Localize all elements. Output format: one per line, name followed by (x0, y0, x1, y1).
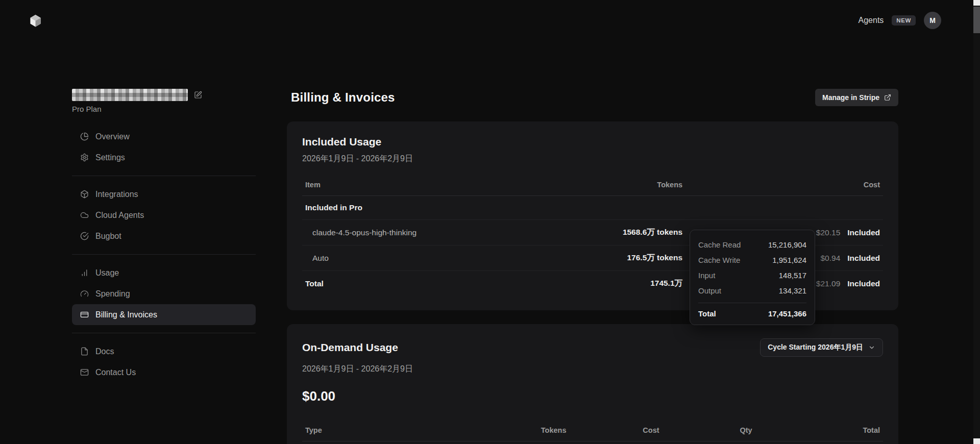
sidebar-item-cloud-agents[interactable]: Cloud Agents (72, 205, 256, 226)
sidebar-item-label: Billing & Invoices (95, 310, 157, 319)
sidebar-item-usage[interactable]: Usage (72, 262, 256, 283)
model-name: claude-4.5-opus-high-thinking (302, 220, 581, 245)
sidebar-item-label: Contact Us (95, 368, 136, 377)
new-badge: NEW (892, 15, 916, 26)
sidebar-item-label: Integrations (95, 190, 138, 199)
sidebar-item-billing-invoices[interactable]: Billing & Invoices (72, 304, 256, 325)
on-demand-amount: $0.00 (302, 388, 883, 404)
column-header-qty: Qty (663, 421, 755, 441)
cloud-icon (80, 211, 89, 219)
tooltip-value: 148,517 (779, 271, 806, 280)
manage-in-stripe-button[interactable]: Manage in Stripe (815, 89, 898, 106)
on-demand-title: On-Demand Usage (302, 341, 398, 354)
sidebar-item-contact-us[interactable]: Contact Us (72, 362, 256, 383)
included-badge: Included (847, 254, 880, 263)
sidebar-item-settings[interactable]: Settings (72, 147, 256, 168)
cycle-select-button[interactable]: Cycle Starting 2026年1月9日 (760, 338, 883, 357)
tooltip-label: Output (698, 286, 721, 295)
tooltip-value: 1,951,624 (772, 256, 806, 264)
on-demand-table: Type Tokens Cost Qty Total Subtotal (302, 421, 883, 444)
on-demand-usage-card: On-Demand Usage Cycle Starting 2026年1月9日… (287, 324, 898, 444)
total-label: Total (302, 271, 581, 297)
topbar: Agents NEW M (0, 0, 980, 41)
sidebar-divider (72, 176, 256, 176)
sidebar-item-label: Overview (95, 132, 130, 141)
cost-amount: $21.09 (816, 279, 840, 288)
tokens-value[interactable]: 176.5万 tokens (581, 245, 685, 271)
cycle-select-label: Cycle Starting 2026年1月9日 (768, 343, 863, 352)
chevron-down-icon (868, 344, 875, 351)
scroll-up-button[interactable] (973, 0, 980, 6)
section-label: Included in Pro (302, 196, 883, 220)
subtotal-row: Subtotal $0.00 (302, 441, 883, 444)
sidebar-item-label: Spending (95, 289, 130, 299)
token-breakdown-tooltip: Cache Read 15,216,904 Cache Write 1,951,… (690, 230, 815, 325)
sidebar-item-label: Docs (95, 347, 114, 356)
layout: Pro Plan Overview Settings (0, 89, 980, 444)
tooltip-row: Input 148,517 (698, 267, 806, 283)
tooltip-total-value: 17,451,366 (768, 309, 806, 318)
pencil-icon (194, 91, 202, 99)
column-header-type: Type (302, 421, 488, 441)
sidebar-nav: Overview Settings Integrations C (72, 126, 256, 383)
included-usage-date-range: 2026年1月9日 - 2026年2月9日 (302, 154, 883, 164)
billing-page: Agents NEW M Pro Plan Overview (0, 0, 980, 444)
sidebar: Pro Plan Overview Settings (72, 89, 256, 383)
sidebar-divider (72, 254, 256, 255)
sidebar-item-label: Settings (95, 153, 125, 162)
column-header-cost: Cost (685, 176, 883, 196)
sidebar-item-label: Bugbot (95, 232, 121, 241)
table-header-row: Type Tokens Cost Qty Total (302, 421, 883, 441)
plan-label: Pro Plan (72, 105, 256, 113)
tooltip-label: Cache Write (698, 256, 740, 264)
sidebar-item-label: Usage (95, 268, 119, 278)
scroll-down-button[interactable] (973, 438, 980, 444)
censored-username (72, 89, 188, 101)
subtotal-value: $0.00 (755, 441, 883, 444)
avatar[interactable]: M (924, 12, 941, 29)
mail-icon (80, 368, 89, 377)
tooltip-row: Output 134,321 (698, 283, 806, 298)
sidebar-item-docs[interactable]: Docs (72, 341, 256, 362)
user-name-row (72, 89, 256, 101)
cost-amount: $0.94 (820, 254, 840, 263)
sidebar-item-bugbot[interactable]: Bugbot (72, 226, 256, 246)
app-logo-icon[interactable] (29, 14, 42, 28)
included-badge: Included (847, 279, 880, 288)
tooltip-value: 134,321 (779, 286, 806, 295)
tooltip-label: Cache Read (698, 240, 741, 249)
sidebar-item-integrations[interactable]: Integrations (72, 184, 256, 205)
included-usage-title: Included Usage (302, 136, 883, 148)
tooltip-row: Cache Read 15,216,904 (698, 237, 806, 252)
edit-name-button[interactable] (193, 90, 203, 100)
section-row-included-in-pro: Included in Pro (302, 196, 883, 220)
document-icon (80, 347, 89, 356)
column-header-tokens: Tokens (488, 421, 569, 441)
column-header-cost: Cost (569, 421, 662, 441)
scrollbar-thumb[interactable] (973, 7, 980, 33)
column-header-tokens: Tokens (581, 176, 685, 196)
tooltip-total-row: Total 17,451,366 (698, 303, 806, 318)
package-icon (80, 190, 89, 199)
cost-amount: $20.15 (816, 228, 840, 237)
scrollbar (973, 0, 980, 444)
agents-link[interactable]: Agents (859, 16, 884, 25)
table-header-row: Item Tokens Cost (302, 176, 883, 196)
tooltip-label: Input (698, 271, 715, 280)
main-header: Billing & Invoices Manage in Stripe (287, 89, 898, 106)
sidebar-item-spending[interactable]: Spending (72, 283, 256, 304)
total-tokens-value[interactable]: 1745.1万 (581, 271, 685, 297)
page-title: Billing & Invoices (291, 90, 395, 105)
subtotal-label: Subtotal (302, 441, 488, 444)
sidebar-item-overview[interactable]: Overview (72, 126, 256, 147)
topbar-right: Agents NEW M (859, 12, 941, 29)
model-name: Auto (302, 245, 581, 271)
tooltip-row: Cache Write 1,951,624 (698, 252, 806, 267)
external-link-icon (884, 94, 891, 101)
sidebar-divider (72, 333, 256, 333)
tokens-value[interactable]: 1568.6万 tokens (581, 220, 685, 245)
pie-chart-icon (80, 132, 89, 141)
tooltip-value: 15,216,904 (768, 240, 806, 249)
column-header-total: Total (755, 421, 883, 441)
gauge-icon (80, 289, 89, 298)
